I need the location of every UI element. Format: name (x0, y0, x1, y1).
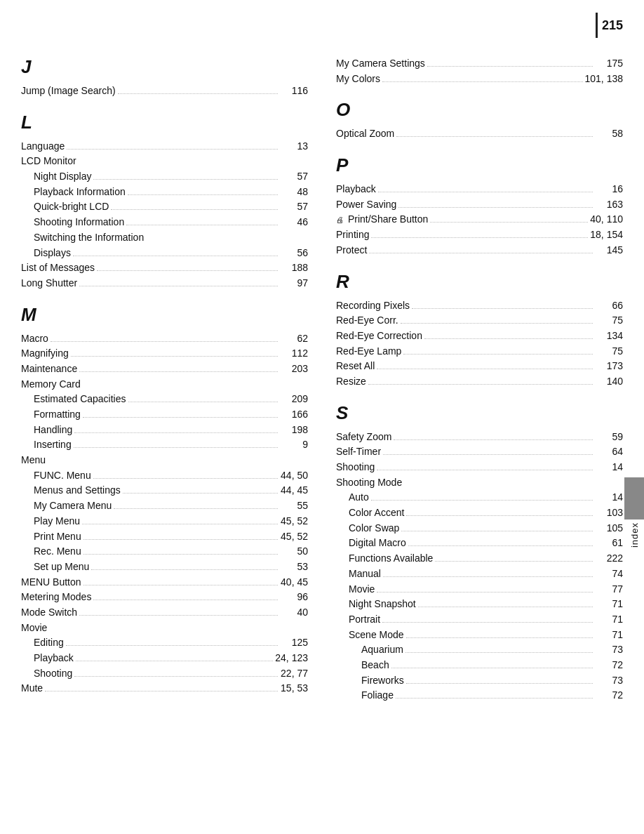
entry-label: Optical Zoom (336, 126, 394, 142)
dot-leader (377, 470, 593, 470)
index-entry: Resize140 (336, 374, 623, 390)
entry-page: 209 (280, 392, 308, 407)
section-letter: M (21, 304, 308, 326)
entry-page: 50 (280, 544, 308, 560)
index-entry: Portrait71 (336, 612, 623, 628)
entry-label: Red-Eye Lamp (336, 344, 401, 359)
index-entry: Playback Information48 (21, 185, 308, 200)
index-entry: Fireworks73 (336, 673, 623, 689)
dot-leader (383, 576, 593, 577)
index-entry: Inserting9 (21, 437, 308, 453)
entry-label: Printing (336, 227, 369, 243)
index-tab: index (624, 477, 644, 548)
index-entry: Editing125 (21, 635, 308, 651)
entry-label: Print Menu (34, 529, 81, 545)
right-column: My Camera Settings175My Colors101, 138OO… (322, 56, 623, 703)
dot-leader (383, 454, 593, 455)
entry-page: 103 (595, 505, 623, 521)
entry-label: Memory Card (21, 377, 81, 392)
entry-label: Metering Modes (21, 590, 91, 605)
entry-page: 64 (595, 444, 623, 460)
index-entry: Protect145 (336, 243, 623, 258)
entry-page: 166 (280, 407, 308, 423)
entry-page: 77 (595, 582, 623, 597)
index-entry: Language13 (21, 139, 308, 154)
index-entry: Handling198 (21, 423, 308, 438)
entry-page: 61 (595, 536, 623, 551)
entry-label: Movie (349, 582, 375, 597)
entry-page: 55 (280, 498, 308, 514)
entry-label: FUNC. Menu (34, 468, 91, 484)
entry-label: 🖨 Print/Share Button (336, 212, 428, 227)
entry-label: Set up Menu (34, 560, 89, 575)
entry-label: Long Shutter (21, 276, 77, 291)
entry-label: Functions Available (349, 551, 433, 567)
dot-leader (377, 369, 593, 369)
entry-label: Portrait (349, 612, 380, 628)
index-entry: Displays56 (21, 246, 308, 261)
entry-page: 40 (280, 605, 308, 621)
entry-label: Play Menu (34, 514, 80, 529)
entry-label: Auto (349, 490, 369, 505)
index-entry: Estimated Capacities209 (21, 392, 308, 407)
entry-label: List of Messages (21, 260, 95, 276)
dot-leader (82, 524, 278, 524)
entry-label: Playback (34, 651, 74, 666)
index-entry: Playback16 (336, 182, 623, 197)
dot-leader (403, 354, 593, 355)
entry-page: 45, 52 (280, 514, 308, 529)
entry-label: Movie (21, 621, 47, 636)
dot-leader (418, 607, 593, 607)
dot-leader (398, 207, 593, 208)
entry-label: Inserting (34, 437, 72, 453)
entry-label: Shooting (336, 460, 375, 475)
dot-leader (406, 515, 593, 516)
dot-leader (51, 341, 278, 342)
entry-label: Color Accent (349, 505, 404, 521)
section-letter: P (336, 154, 623, 176)
index-entry: Set up Menu53 (21, 560, 308, 575)
index-entry: Rec. Menu50 (21, 544, 308, 560)
dot-leader (93, 478, 278, 479)
entry-page: 75 (595, 313, 623, 329)
index-entry: Printing18, 154 (336, 227, 623, 243)
dot-leader (378, 192, 593, 192)
index-entry: Auto14 (336, 490, 623, 505)
entry-label: Macro (21, 331, 48, 347)
index-entry: Metering Modes96 (21, 590, 308, 605)
entry-label: Shooting Information (34, 215, 124, 230)
index-entry: Movie (21, 621, 308, 636)
entry-label: Estimated Capacities (34, 392, 126, 407)
entry-page: 72 (595, 658, 623, 673)
entry-label: Quick-bright LCD (34, 199, 109, 215)
dot-leader (79, 286, 278, 286)
entry-page: 14 (595, 490, 623, 505)
index-entry: Reset All173 (336, 359, 623, 374)
entry-page: 145 (595, 243, 623, 258)
entry-page: 222 (595, 551, 623, 567)
index-entry: Switching the Information (21, 230, 308, 246)
entry-page: 40, 45 (280, 575, 308, 590)
entry-label: Red-Eye Correction (336, 329, 422, 344)
dot-leader (76, 661, 273, 661)
dot-leader (396, 698, 593, 699)
entry-page: 105 (595, 521, 623, 536)
entry-page: 71 (595, 597, 623, 612)
entry-label: Magnifying (21, 346, 69, 362)
left-column: JJump (Image Search)116LLanguage13LCD Mo… (21, 56, 322, 703)
entry-label: Mode Switch (21, 605, 77, 621)
dot-leader (406, 683, 593, 684)
dot-leader (427, 66, 593, 67)
dot-leader (405, 652, 593, 653)
index-entry: Optical Zoom58 (336, 126, 623, 142)
index-entry: My Camera Settings175 (336, 56, 623, 72)
entry-page: 66 (595, 298, 623, 314)
entry-page: 9 (280, 437, 308, 453)
entry-page: 13 (280, 139, 308, 154)
dot-leader (74, 676, 278, 677)
entry-page: 18, 154 (590, 227, 623, 243)
dot-leader (66, 645, 278, 646)
entry-page: 116 (280, 84, 308, 99)
index-entry: LCD Monitor (21, 154, 308, 169)
entry-label: Reset All (336, 359, 375, 374)
